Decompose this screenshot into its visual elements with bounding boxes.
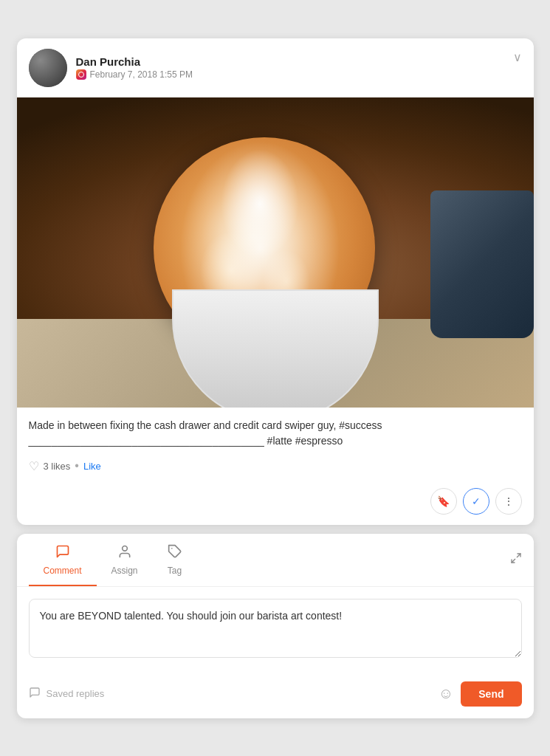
like-link[interactable]: Like — [83, 461, 101, 472]
post-caption: Made in between fixing the cash drawer a… — [17, 408, 534, 455]
bookmark-icon: 🔖 — [437, 495, 450, 507]
post-actions-row: 🔖 ✓ ⋮ — [17, 482, 534, 525]
post-card: Dan Purchia February 7, 2018 1:55 PM ∨ M… — [17, 38, 534, 525]
likes-count: 3 likes — [44, 461, 71, 472]
emoji-icon: ☺ — [439, 685, 453, 701]
chevron-down-icon[interactable]: ∨ — [513, 50, 522, 64]
assign-tab-icon — [117, 544, 132, 563]
post-meta: Dan Purchia February 7, 2018 1:55 PM — [76, 55, 522, 80]
post-date: February 7, 2018 1:55 PM — [90, 69, 193, 80]
likes-separator: • — [75, 459, 79, 472]
svg-line-2 — [517, 554, 520, 557]
emoji-button[interactable]: ☺ — [439, 685, 453, 702]
bookmark-button[interactable]: 🔖 — [430, 488, 457, 515]
send-button[interactable]: Send — [461, 681, 521, 707]
saved-replies-button[interactable]: Saved replies — [29, 687, 105, 701]
tab-tag[interactable]: Tag — [153, 534, 197, 586]
more-button[interactable]: ⋮ — [495, 488, 522, 515]
post-likes-row: ♡ 3 likes • Like — [17, 455, 534, 482]
post-source-row: February 7, 2018 1:55 PM — [76, 69, 522, 80]
comment-tab-icon — [55, 544, 70, 563]
svg-line-3 — [512, 559, 515, 563]
check-button[interactable]: ✓ — [463, 488, 489, 515]
tab-tag-label: Tag — [168, 566, 182, 576]
tab-comment[interactable]: Comment — [29, 534, 97, 586]
expand-icon[interactable] — [510, 552, 522, 567]
tab-assign-label: Assign — [111, 566, 138, 576]
comment-area — [17, 587, 534, 673]
check-icon: ✓ — [472, 495, 481, 507]
comment-input[interactable] — [29, 599, 522, 658]
post-image — [17, 97, 534, 408]
tag-tab-icon — [168, 544, 182, 563]
heart-icon: ♡ — [29, 459, 39, 473]
footer-right: ☺ Send — [439, 681, 522, 707]
tab-assign[interactable]: Assign — [97, 534, 153, 586]
more-dots-icon: ⋮ — [503, 495, 514, 507]
tabs-row: Comment Assign — [17, 534, 534, 587]
instagram-icon — [76, 69, 86, 80]
action-panel: Comment Assign — [17, 534, 534, 718]
svg-point-0 — [122, 546, 127, 551]
avatar — [29, 49, 67, 87]
post-author: Dan Purchia — [76, 55, 522, 68]
post-header: Dan Purchia February 7, 2018 1:55 PM ∨ — [17, 38, 534, 97]
comment-footer: Saved replies ☺ Send — [17, 673, 534, 718]
tab-comment-label: Comment — [44, 566, 82, 576]
saved-replies-icon — [29, 687, 41, 701]
saved-replies-label: Saved replies — [47, 688, 105, 699]
